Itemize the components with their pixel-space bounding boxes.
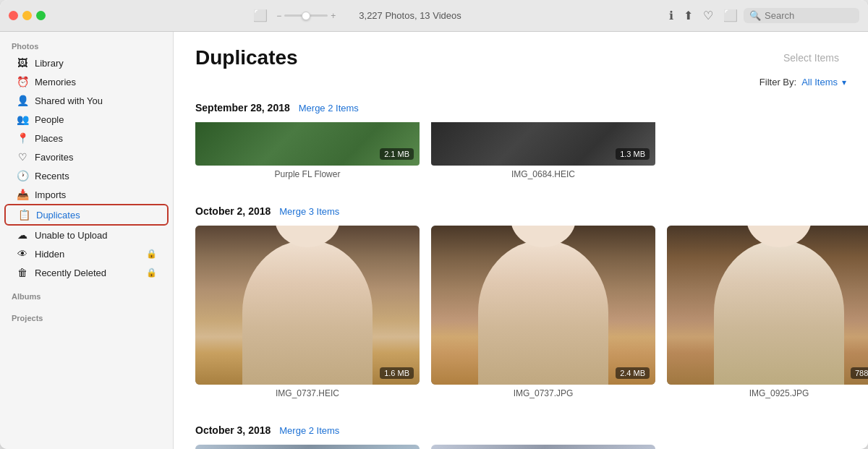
titlebar-icons: ℹ ⬆ ♡ ⬜ [669,9,738,22]
photo-size-flower: 2.1 MB [380,148,414,160]
merge-button-sep28[interactable]: Merge 2 Items [299,103,359,114]
sidebar-item-unable-to-upload[interactable]: ☁ Unable to Upload [4,226,169,244]
sidebar-label-shared: Shared with You [35,95,103,106]
filter-bar: Filter By: All Items ▾ [174,77,868,95]
photo-size-0737-jpg: 2.4 MB [616,367,650,379]
heart-icon[interactable]: ♡ [703,9,713,22]
sidebar: Photos 🖼 Library ⏰ Memories 👤 Shared wit… [0,32,174,449]
sidebar-label-places: Places [35,133,63,144]
photo-item-0925: 788 KB ⬆ IMG_0925.JPG [667,226,868,398]
photo-size-0684: 1.3 MB [616,148,650,160]
zoom-minus[interactable]: − [276,11,281,21]
sidebar-label-imports: Imports [35,189,66,200]
crop-icon[interactable]: ⬜ [723,9,738,22]
photo-frame-flower-partial: 2.1 MB [195,122,420,166]
sidebar-item-favorites[interactable]: ♡ Favorites [4,147,169,166]
photo-item-purple-flower: 2.1 MB Purple FL Flower [195,122,420,179]
library-icon: 🖼 [16,57,29,69]
hidden-lock-icon: 🔒 [146,249,157,259]
zoom-slider[interactable] [284,14,328,17]
sidebar-label-duplicates: Duplicates [36,210,80,221]
main-layout: Photos 🖼 Library ⏰ Memories 👤 Shared wit… [0,32,868,449]
page-title: Duplicates [195,46,298,69]
photo-row-oct3 [195,445,846,449]
info-icon[interactable]: ℹ [669,9,673,22]
photo-row-oct2: 1.6 MB IMG_0737.HEIC 2.4 MB [195,226,846,398]
section-date-oct2: October 2, 2018 Merge 3 Items [195,198,846,226]
minimize-button[interactable] [22,11,32,20]
photo-count: 3,227 Photos, 13 Videos [359,10,461,21]
content-area: Duplicates Select Items Filter By: All I… [174,32,868,449]
photo-row-sep28-top: 2.1 MB Purple FL Flower 1.3 MB IMG_0684.… [195,122,846,179]
sidebar-item-shared-with-you[interactable]: 👤 Shared with You [4,91,169,110]
titlebar-center: ⬜ − + 3,227 Photos, 13 Videos [51,9,663,22]
titlebar: ⬜ − + 3,227 Photos, 13 Videos ℹ ⬆ ♡ ⬜ 🔍 [0,0,868,32]
recents-icon: 🕐 [16,170,29,181]
photos-window: ⬜ − + 3,227 Photos, 13 Videos ℹ ⬆ ♡ ⬜ 🔍 … [0,0,868,449]
traffic-lights [9,11,46,20]
sidebar-item-people[interactable]: 👥 People [4,110,169,129]
date-label-oct3: October 3, 2018 [195,424,271,436]
photo-size-0737-heic: 1.6 MB [380,367,414,379]
sidebar-label-unable: Unable to Upload [35,230,107,241]
select-items-button[interactable]: Select Items [776,49,846,67]
section-date-sep28: September 28, 2018 Merge 2 Items [195,95,846,122]
sidebar-section-photos: Photos [0,32,173,54]
search-input[interactable] [765,10,854,21]
sidebar-label-people: People [35,114,64,125]
photo-frame-0737-jpg: 2.4 MB [431,226,655,385]
photo-item-0684: 1.3 MB IMG_0684.HEIC [431,122,655,179]
maximize-button[interactable] [36,11,46,20]
photo-label-flower: Purple FL Flower [275,169,341,179]
zoom-plus[interactable]: + [331,11,336,21]
sidebar-label-hidden: Hidden [35,249,64,260]
sidebar-label-memories: Memories [35,77,76,87]
sidebar-label-library: Library [35,58,64,69]
sidebar-item-places[interactable]: 📍 Places [4,129,169,147]
sidebar-section-albums: Albums [0,282,173,304]
photo-size-0925: 788 KB [851,367,868,379]
close-button[interactable] [9,11,18,20]
merge-button-oct3[interactable]: Merge 2 Items [279,425,339,436]
merge-button-oct2[interactable]: Merge 3 Items [279,206,339,217]
content-header: Duplicates Select Items [174,32,868,77]
photo-frame-0925: 788 KB ⬆ [667,226,868,385]
photo-item-0737-heic: 1.6 MB IMG_0737.HEIC [195,226,420,398]
photo-label-0737-jpg: IMG_0737.JPG [514,388,574,398]
photo-label-0737-heic: IMG_0737.HEIC [276,388,339,398]
section-oct3: October 3, 2018 Merge 2 Items [174,417,868,449]
recently-deleted-lock-icon: 🔒 [146,268,157,278]
section-sep28: September 28, 2018 Merge 2 Items 2.1 MB … [174,95,868,198]
sidebar-label-recents: Recents [35,171,69,181]
sidebar-item-imports[interactable]: 📥 Imports [4,185,169,204]
filter-label: Filter By: [760,77,796,87]
photo-frame-0684-partial: 1.3 MB [431,122,655,166]
share-icon[interactable]: ⬆ [684,9,693,22]
photo-frame-oct3-2 [431,445,655,449]
places-icon: 📍 [16,132,29,144]
recently-deleted-icon: 🗑 [16,267,29,278]
sidebar-item-recently-deleted[interactable]: 🗑 Recently Deleted 🔒 [4,263,169,282]
sidebar-item-duplicates[interactable]: 📋 Duplicates [6,205,167,224]
duplicates-icon: 📋 [17,209,30,221]
photo-item-oct3-1 [195,445,420,449]
filter-value: All Items [801,77,838,87]
sidebar-item-hidden[interactable]: 👁 Hidden 🔒 [4,244,169,263]
search-box[interactable]: 🔍 [744,8,859,23]
date-label-oct2: October 2, 2018 [195,205,271,217]
favorites-icon: ♡ [16,151,29,163]
sidebar-item-recents[interactable]: 🕐 Recents [4,166,169,185]
shared-icon: 👤 [16,95,29,106]
people-icon: 👥 [16,114,29,125]
photo-label-0684: IMG_0684.HEIC [511,169,575,179]
sidebar-label-recently-deleted: Recently Deleted [35,268,106,278]
sidebar-item-memories[interactable]: ⏰ Memories [4,72,169,91]
date-label-sep28: September 28, 2018 [195,102,290,114]
sidebar-item-library[interactable]: 🖼 Library [4,54,169,72]
photo-label-0925: IMG_0925.JPG [749,388,809,398]
sidebar-section-projects: Projects [0,304,173,325]
slideshow-icon: ⬜ [253,9,268,22]
memories-icon: ⏰ [16,76,29,87]
filter-button[interactable]: Filter By: All Items ▾ [760,77,846,87]
photo-frame-oct3-1 [195,445,420,449]
